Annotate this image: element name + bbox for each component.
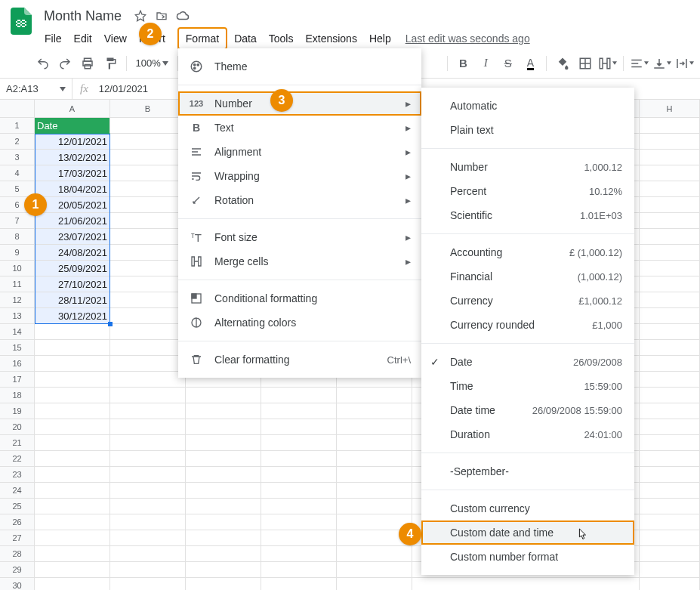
cell[interactable]	[640, 276, 700, 292]
row-head[interactable]: 22	[0, 451, 35, 467]
cell[interactable]	[640, 134, 700, 150]
menu-tools[interactable]: Tools	[264, 29, 299, 48]
nm-date[interactable]: ✓Date26/09/2008	[421, 350, 634, 374]
formula-bar[interactable]: 12/01/2021	[96, 83, 151, 94]
cell[interactable]	[640, 435, 700, 451]
cell[interactable]	[186, 467, 261, 483]
cell[interactable]	[261, 530, 337, 546]
cell-date[interactable]: 13/02/2021	[35, 150, 110, 165]
menu-number[interactable]: 123Number▸	[178, 91, 421, 116]
cell[interactable]	[186, 483, 261, 499]
cell[interactable]	[640, 562, 700, 578]
cell-date[interactable]: 21/06/2021	[35, 213, 110, 229]
menu-font-size[interactable]: тTFont size▸	[178, 225, 421, 249]
name-box[interactable]: A2:A13	[0, 79, 72, 99]
cell[interactable]	[261, 562, 337, 578]
menu-text[interactable]: BText▸	[178, 116, 421, 140]
cell[interactable]	[337, 467, 412, 483]
cell[interactable]	[337, 499, 412, 514]
cell-date[interactable]: 25/09/2021	[35, 261, 110, 276]
cell[interactable]	[640, 165, 700, 181]
cell[interactable]	[640, 229, 700, 245]
row-head[interactable]: 21	[0, 435, 35, 451]
cell[interactable]	[186, 403, 261, 419]
row-head[interactable]: 19	[0, 403, 35, 419]
cell[interactable]	[110, 134, 186, 150]
cell[interactable]	[110, 118, 186, 134]
cell[interactable]	[337, 562, 412, 578]
cell[interactable]	[110, 467, 186, 483]
cell[interactable]	[261, 483, 337, 499]
menu-wrapping[interactable]: Wrapping▸	[178, 164, 421, 188]
wrap-button[interactable]	[674, 53, 694, 74]
cell[interactable]	[186, 435, 261, 451]
row-head[interactable]: 24	[0, 483, 35, 499]
cell[interactable]	[186, 419, 261, 435]
cell[interactable]	[35, 324, 110, 340]
doc-title[interactable]: Month Name	[39, 7, 126, 26]
cell-date[interactable]: 27/10/2021	[35, 276, 110, 292]
cell[interactable]	[110, 245, 186, 261]
move-icon[interactable]	[155, 9, 168, 23]
cell[interactable]	[640, 403, 700, 419]
cell[interactable]	[35, 419, 110, 435]
cell[interactable]	[110, 499, 186, 514]
cell[interactable]	[110, 578, 186, 590]
cell[interactable]	[640, 451, 700, 467]
cell[interactable]	[261, 451, 337, 467]
cell[interactable]	[110, 340, 186, 356]
nm-automatic[interactable]: Automatic	[421, 94, 634, 118]
cell[interactable]	[640, 530, 700, 546]
nm-time[interactable]: Time15:59:00	[421, 374, 634, 398]
last-edit[interactable]: Last edit was seconds ago	[406, 32, 530, 45]
row-head[interactable]: 18	[0, 388, 35, 403]
cell-date[interactable]: 12/01/2021	[35, 134, 110, 150]
cell[interactable]	[110, 261, 186, 276]
fill-color-button[interactable]	[553, 53, 572, 74]
menu-help[interactable]: Help	[364, 29, 396, 48]
menu-file[interactable]: File	[39, 29, 67, 48]
nm-custom-currency[interactable]: Custom currency	[421, 496, 634, 520]
cell[interactable]	[640, 483, 700, 499]
strike-button[interactable]: S	[498, 53, 518, 74]
cell[interactable]	[35, 467, 110, 483]
cell[interactable]	[35, 546, 110, 562]
cell[interactable]	[35, 403, 110, 419]
row-head[interactable]: 23	[0, 467, 35, 483]
cell[interactable]	[35, 530, 110, 546]
cell[interactable]	[640, 467, 700, 483]
menu-alignment[interactable]: Alignment▸	[178, 140, 421, 164]
row-head[interactable]: 16	[0, 356, 35, 372]
row-head[interactable]: 29	[0, 562, 35, 578]
nm-number[interactable]: Number1,000.12	[421, 155, 634, 179]
print-button[interactable]	[78, 53, 97, 74]
col-a[interactable]: A	[35, 100, 110, 117]
menu-clear[interactable]: Clear formattingCtrl+\	[178, 348, 421, 372]
cell[interactable]	[110, 483, 186, 499]
cell[interactable]	[110, 372, 186, 388]
row-head[interactable]: 26	[0, 514, 35, 530]
nm-custom-datetime[interactable]: Custom date and time	[421, 520, 634, 545]
row-head[interactable]: 25	[0, 499, 35, 514]
cell[interactable]	[261, 467, 337, 483]
row-head[interactable]: 27	[0, 530, 35, 546]
cell[interactable]	[110, 308, 186, 324]
nm-duration[interactable]: Duration24:01:00	[421, 422, 634, 446]
cell[interactable]	[640, 292, 700, 308]
cell-a1[interactable]: Date	[35, 118, 110, 134]
cell[interactable]	[337, 483, 412, 499]
cell[interactable]	[337, 546, 412, 562]
cell[interactable]	[110, 435, 186, 451]
cell[interactable]	[35, 483, 110, 499]
row-head[interactable]: 15	[0, 340, 35, 356]
row-head[interactable]: 13	[0, 308, 35, 324]
merge-button[interactable]	[598, 53, 618, 74]
cell[interactable]	[261, 546, 337, 562]
sheets-logo[interactable]	[6, 6, 36, 36]
cell[interactable]	[186, 451, 261, 467]
undo-button[interactable]	[33, 53, 53, 74]
row-head[interactable]: 14	[0, 324, 35, 340]
cell[interactable]	[640, 197, 700, 213]
cell[interactable]	[35, 340, 110, 356]
cell[interactable]	[261, 514, 337, 530]
